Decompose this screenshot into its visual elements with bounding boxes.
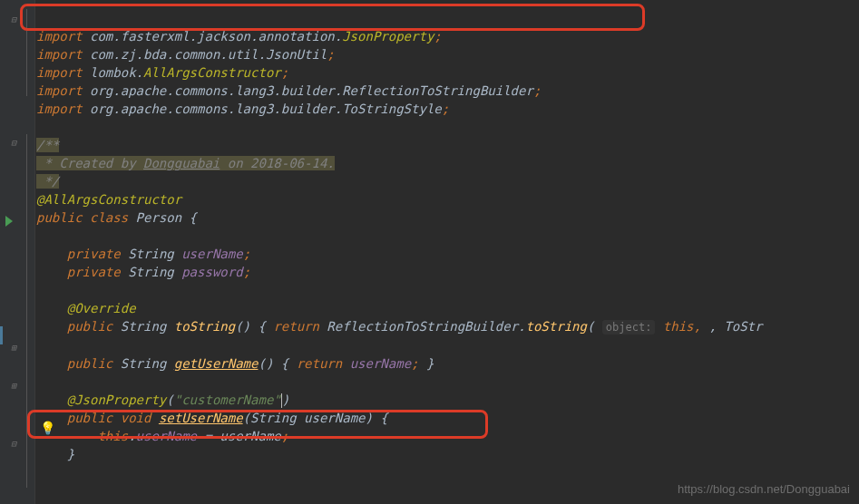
- keyword: import: [36, 102, 83, 116]
- method-name: getUserName: [174, 356, 259, 371]
- keyword: import: [36, 65, 83, 80]
- fold-region[interactable]: [26, 9, 27, 96]
- text-caret: [281, 393, 282, 408]
- vcs-change-marker[interactable]: [0, 326, 3, 344]
- keyword: public class: [36, 210, 128, 225]
- annotation: @AllArgsConstructor: [36, 192, 181, 207]
- class-ref: ReflectionToStringBuilder: [342, 83, 533, 98]
- inlay-hint: object:: [602, 320, 656, 334]
- keyword: import: [36, 47, 83, 62]
- package-path: org.apache.commons.lang3.builder.: [90, 83, 342, 98]
- fold-toggle-icon[interactable]: ⊟: [11, 134, 16, 152]
- method-name: toString: [174, 319, 235, 334]
- fold-toggle-icon[interactable]: ⊟: [11, 435, 16, 453]
- type: String: [128, 247, 174, 261]
- class-ref: ToStringStyle: [342, 102, 442, 116]
- annotation: @JsonProperty: [67, 393, 167, 407]
- class-ref: JsonProperty: [342, 29, 434, 44]
- keyword: private: [67, 265, 121, 279]
- keyword: import: [36, 83, 83, 98]
- field-name: password: [181, 265, 242, 279]
- keyword: private: [67, 247, 121, 261]
- package-path: lombok.: [90, 65, 143, 80]
- fold-toggle-icon[interactable]: ⊞: [11, 339, 16, 357]
- type: String: [128, 265, 174, 279]
- editor-gutter[interactable]: [0, 0, 35, 504]
- watermark: https://blog.csdn.net/Dongguabai: [678, 480, 850, 499]
- package-path: org.apache.commons.lang3.builder.: [90, 102, 342, 116]
- fold-region[interactable]: [26, 134, 27, 488]
- keyword: import: [36, 29, 83, 44]
- string-literal: "customerName": [174, 393, 281, 407]
- annotation: @Override: [67, 301, 136, 315]
- fold-toggle-icon[interactable]: ⊞: [11, 377, 16, 395]
- field-name: userName: [181, 247, 242, 261]
- class-name: Person: [136, 210, 182, 225]
- method-name: setUserName: [159, 411, 243, 425]
- package-path: com.zj.bda.common.util.JsonUtil: [90, 47, 327, 62]
- fold-toggle-icon[interactable]: ⊟: [11, 11, 16, 29]
- class-ref: AllArgsConstructor: [143, 65, 281, 80]
- package-path: com.fasterxml.jackson.annotation.: [90, 29, 342, 44]
- run-gutter-icon[interactable]: [5, 216, 13, 227]
- javadoc: /** * Created by Dongguabai on 2018-06-1…: [36, 138, 335, 189]
- code-editor[interactable]: import com.fasterxml.jackson.annotation.…: [36, 9, 762, 463]
